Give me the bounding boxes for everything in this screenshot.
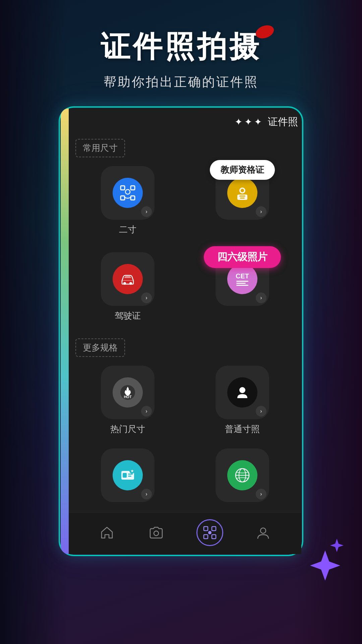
svg-marker-33 — [310, 550, 340, 581]
arrow-erchun[interactable]: › — [141, 206, 152, 217]
svg-rect-10 — [240, 198, 245, 199]
svg-rect-7 — [237, 195, 247, 200]
icon-btn-hot[interactable]: HOT › — [101, 366, 155, 419]
cet-text: CET — [236, 273, 249, 279]
teacher-icon — [234, 184, 251, 201]
svg-rect-28 — [212, 527, 216, 531]
top-bar-title: ✦✦✦ 证件照 — [235, 115, 298, 129]
svg-rect-4 — [131, 196, 135, 200]
nav-item-camera[interactable] — [147, 523, 166, 542]
svg-rect-30 — [212, 535, 216, 539]
label-erchun: 二寸 — [119, 224, 136, 235]
section-more: 更多规格 HOT — [69, 332, 301, 505]
bottom-nav — [69, 512, 301, 554]
header: 证件照拍摄 帮助你拍出正确的证件照 — [101, 27, 261, 91]
section-more-label: 更多规格 — [75, 338, 125, 357]
person-icon — [234, 384, 251, 401]
icon-circle-cet: CET — [227, 264, 257, 294]
cet-line-3 — [236, 285, 248, 286]
label-normal: 普通寸照 — [225, 423, 260, 435]
svg-point-12 — [129, 282, 132, 285]
nav-item-home[interactable] — [98, 523, 116, 542]
grid-item-erchun: › 二寸 — [75, 166, 180, 235]
deco-stars — [308, 535, 349, 590]
top-bar-text-label: 证件照 — [268, 115, 298, 129]
stars-icon: ✦✦✦ — [235, 116, 264, 127]
svg-point-0 — [255, 23, 275, 40]
nav-item-user[interactable] — [254, 523, 273, 542]
icon-btn-global[interactable]: › — [216, 448, 269, 502]
icon-circle-hot: HOT — [113, 377, 143, 408]
side-gradient-bar — [61, 108, 69, 554]
grid-item-hot: HOT › 热门尺寸 — [75, 366, 180, 435]
phone-mockup-wrapper: ✦✦✦ 证件照 常用尺寸 — [60, 107, 302, 555]
svg-point-8 — [241, 189, 244, 192]
cet-line-2 — [236, 283, 246, 284]
nav-item-scan[interactable] — [196, 519, 223, 546]
grid-row-2: › 驾驶证 四六级照片 CET — [72, 249, 298, 325]
icon-circle-global — [227, 460, 257, 490]
phone-content: ✦✦✦ 证件照 常用尺寸 — [69, 108, 301, 554]
svg-text:★: ★ — [130, 469, 134, 473]
deco-stars-svg — [308, 535, 349, 589]
top-bar: ✦✦✦ 证件照 — [69, 108, 301, 132]
grid-row-4: ★ › — [72, 445, 298, 505]
camera-icon-svg — [149, 525, 164, 540]
svg-rect-20 — [128, 476, 131, 477]
icon-btn-driver[interactable]: › — [101, 252, 155, 306]
cet-line-1 — [236, 281, 248, 282]
scan-icon — [202, 525, 217, 540]
arrow-cet[interactable]: › — [256, 292, 266, 303]
icon-btn-normal[interactable]: › — [216, 366, 269, 419]
icon-btn-id[interactable]: ★ › — [101, 448, 155, 502]
label-hot: 热门尺寸 — [110, 423, 145, 435]
arrow-global[interactable]: › — [256, 489, 266, 499]
svg-point-26 — [154, 531, 159, 536]
arrow-hot[interactable]: › — [141, 406, 152, 417]
main-title: 证件照拍摄 — [101, 27, 261, 67]
svg-rect-13 — [122, 280, 133, 281]
arrow-id[interactable]: › — [141, 489, 152, 499]
title-decoration-icon — [255, 23, 275, 40]
svg-point-11 — [123, 282, 126, 285]
grid-item-driver: › 驾驶证 — [75, 252, 180, 322]
svg-rect-2 — [131, 186, 135, 190]
icon-circle-driver — [113, 264, 143, 294]
grid-row-3: HOT › 热门尺寸 — [72, 362, 298, 438]
grid-item-normal: › 普通寸照 — [190, 366, 295, 435]
section-common: 常用尺寸 — [69, 132, 301, 325]
badge-teacher: 教师资格证 — [210, 160, 275, 180]
icon-circle-id: ★ — [113, 460, 143, 490]
svg-text:HOT: HOT — [124, 395, 132, 399]
arrow-teacher[interactable]: › — [256, 206, 266, 217]
svg-rect-1 — [121, 186, 125, 190]
phone-mockup: ✦✦✦ 证件照 常用尺寸 — [60, 107, 302, 555]
icon-circle-erchun — [113, 178, 143, 208]
grid-item-cet: 四六级照片 CET › — [190, 252, 295, 310]
svg-point-31 — [208, 531, 212, 534]
svg-point-16 — [239, 387, 245, 393]
camera-icon — [147, 523, 166, 542]
svg-point-5 — [125, 190, 130, 194]
hot-icon: HOT — [119, 384, 136, 401]
svg-rect-3 — [121, 196, 125, 200]
car-icon — [119, 271, 136, 287]
svg-rect-19 — [128, 474, 133, 475]
id-card-icon: ★ — [119, 467, 136, 484]
user-icon-svg — [256, 525, 270, 540]
icon-btn-erchun[interactable]: › — [101, 166, 155, 220]
cet-lines-icon — [236, 281, 248, 286]
page-container: 证件照拍摄 帮助你拍出正确的证件照 ✦✦✦ 证件照 — [0, 0, 362, 644]
globe-icon — [234, 467, 251, 484]
arrow-driver[interactable]: › — [141, 292, 152, 303]
svg-rect-27 — [204, 527, 208, 531]
arrow-normal[interactable]: › — [256, 406, 266, 417]
bg-curtain-left — [0, 0, 67, 644]
scan-active-circle — [196, 519, 223, 546]
home-icon-svg — [100, 525, 114, 540]
section-common-label: 常用尺寸 — [75, 139, 125, 157]
user-icon — [254, 523, 273, 542]
subtitle: 帮助你拍出正确的证件照 — [101, 73, 261, 91]
grid-item-global: › — [190, 448, 295, 502]
icon-circle-normal — [227, 377, 257, 408]
